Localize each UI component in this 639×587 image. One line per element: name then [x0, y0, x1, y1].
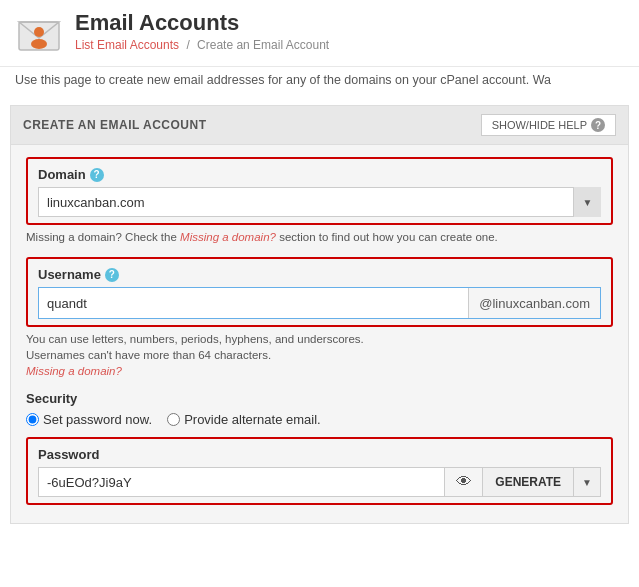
- domain-select[interactable]: linuxcanban.com: [38, 187, 601, 217]
- password-input[interactable]: [38, 467, 444, 497]
- breadcrumb: List Email Accounts / Create an Email Ac…: [75, 38, 329, 52]
- domain-missing-help: Missing a domain? Check the Missing a do…: [26, 229, 613, 245]
- generate-dropdown-button[interactable]: ▼: [573, 467, 601, 497]
- page-title: Email Accounts: [75, 10, 329, 36]
- domain-missing-link[interactable]: Missing a domain?: [180, 231, 276, 243]
- radio-set-password[interactable]: [26, 413, 39, 426]
- description-text: Use this page to create new email addres…: [15, 73, 551, 87]
- domain-label: Domain ?: [38, 167, 601, 182]
- domain-missing-text: Missing a domain? Check the: [26, 231, 180, 243]
- username-help-block: You can use letters, numbers, periods, h…: [26, 331, 613, 379]
- section-header: CREATE AN EMAIL ACCOUNT SHOW/HIDE HELP ?: [11, 106, 628, 145]
- username-input[interactable]: [39, 288, 468, 318]
- password-label-text: Password: [38, 447, 99, 462]
- page-description: Use this page to create new email addres…: [0, 66, 639, 97]
- radio-alternate-email[interactable]: [167, 413, 180, 426]
- dropdown-arrow-icon: ▼: [582, 477, 592, 488]
- username-help-line2: Usernames can't have more than 64 charac…: [26, 347, 613, 363]
- security-label: Security: [26, 391, 613, 406]
- section-body: Domain ? linuxcanban.com ▼ Missing a dom…: [11, 145, 628, 523]
- breadcrumb-separator: /: [186, 38, 189, 52]
- section-title: CREATE AN EMAIL ACCOUNT: [23, 118, 207, 132]
- username-label: Username ?: [38, 267, 601, 282]
- email-accounts-icon: [15, 10, 63, 58]
- domain-select-wrapper: linuxcanban.com ▼: [38, 187, 601, 217]
- radio-option1-label: Set password now.: [43, 412, 152, 427]
- svg-point-3: [31, 39, 47, 49]
- show-hide-help-button[interactable]: SHOW/HIDE HELP ?: [481, 114, 616, 136]
- username-suffix: @linuxcanban.com: [468, 288, 600, 318]
- breadcrumb-list-link[interactable]: List Email Accounts: [75, 38, 179, 52]
- show-hide-help-icon: ?: [591, 118, 605, 132]
- domain-field-group: Domain ? linuxcanban.com ▼: [26, 157, 613, 225]
- header-text: Email Accounts List Email Accounts / Cre…: [75, 10, 329, 52]
- domain-help-icon[interactable]: ?: [90, 168, 104, 182]
- create-email-section: CREATE AN EMAIL ACCOUNT SHOW/HIDE HELP ?…: [10, 105, 629, 524]
- svg-point-2: [34, 27, 44, 37]
- username-help-line1: You can use letters, numbers, periods, h…: [26, 331, 613, 347]
- radio-option2-label: Provide alternate email.: [184, 412, 321, 427]
- username-input-wrapper: @linuxcanban.com: [38, 287, 601, 319]
- page-header: Email Accounts List Email Accounts / Cre…: [0, 0, 639, 66]
- eye-icon: 👁: [456, 473, 472, 491]
- password-field-group: Password 👁 GENERATE ▼: [26, 437, 613, 505]
- show-hide-label: SHOW/HIDE HELP: [492, 119, 587, 131]
- username-label-text: Username: [38, 267, 101, 282]
- security-group: Security Set password now. Provide alter…: [26, 391, 613, 427]
- username-missing-link[interactable]: Missing a domain?: [26, 365, 122, 377]
- password-label: Password: [38, 447, 601, 462]
- password-input-wrapper: 👁 GENERATE ▼: [38, 467, 601, 497]
- username-help-icon[interactable]: ?: [105, 268, 119, 282]
- password-visibility-toggle[interactable]: 👁: [444, 467, 482, 497]
- domain-missing-end: section to find out how you can create o…: [276, 231, 498, 243]
- radio-option-set-password[interactable]: Set password now.: [26, 412, 152, 427]
- username-field-group: Username ? @linuxcanban.com: [26, 257, 613, 327]
- domain-label-text: Domain: [38, 167, 86, 182]
- breadcrumb-current: Create an Email Account: [197, 38, 329, 52]
- radio-option-alternate-email[interactable]: Provide alternate email.: [167, 412, 321, 427]
- radio-group: Set password now. Provide alternate emai…: [26, 412, 613, 427]
- generate-password-button[interactable]: GENERATE: [482, 467, 573, 497]
